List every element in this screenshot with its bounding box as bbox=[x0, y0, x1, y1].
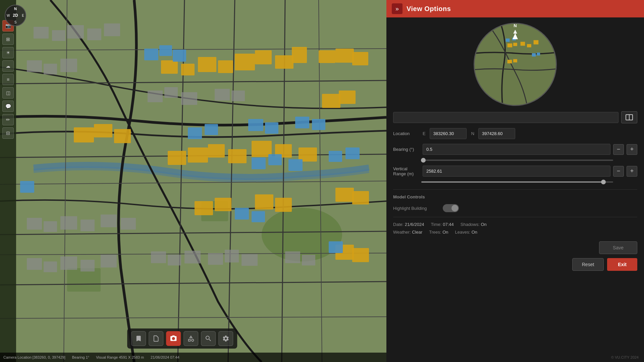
camera-capture-btn[interactable] bbox=[166, 331, 181, 346]
bearing-plus-btn[interactable]: + bbox=[627, 144, 637, 155]
visual-range-status: Visual Range 4591 X 2583 m bbox=[96, 355, 144, 359]
view-mode-input[interactable]: Orthographic View bbox=[393, 112, 619, 123]
reset-btn[interactable]: Reset bbox=[572, 258, 604, 271]
document-btn[interactable] bbox=[149, 331, 163, 346]
map-container[interactable]: N S W E 2D 📷 ⊞ ☀ ☁ ≡ ◫ 💬 ✏ ⊟ bbox=[0, 0, 386, 362]
highlight-building-row: Highlight Building bbox=[393, 204, 637, 212]
datetime-status: 21/06/2024 07:44 bbox=[151, 355, 179, 359]
svg-rect-71 bbox=[121, 218, 136, 230]
svg-rect-26 bbox=[339, 90, 356, 104]
svg-rect-72 bbox=[27, 258, 42, 270]
view-toggle-btn[interactable] bbox=[621, 111, 637, 123]
mini-map[interactable]: N bbox=[474, 23, 557, 106]
divider-1 bbox=[393, 189, 637, 190]
svg-rect-7 bbox=[218, 60, 233, 73]
svg-rect-87 bbox=[513, 43, 517, 46]
bearing-input[interactable] bbox=[423, 144, 610, 155]
vertical-range-label: Vertical Range (m) bbox=[393, 166, 420, 176]
trees-display: Trees: On bbox=[429, 230, 448, 235]
edit-toolbar-btn[interactable]: ✏ bbox=[2, 114, 14, 125]
svg-rect-44 bbox=[20, 181, 34, 193]
model-btn[interactable] bbox=[183, 331, 198, 346]
svg-rect-66 bbox=[27, 218, 42, 230]
controls-section: Orthographic View Location E N Bearing (… bbox=[386, 111, 644, 271]
panel-collapse-btn[interactable]: » bbox=[392, 3, 402, 14]
n-label: N bbox=[471, 131, 474, 136]
lines-toolbar-btn[interactable]: ≡ bbox=[2, 74, 14, 85]
svg-rect-43 bbox=[312, 119, 325, 130]
location-n-input[interactable] bbox=[478, 128, 515, 139]
bearing-minus-btn[interactable]: − bbox=[613, 144, 624, 155]
model-controls-title: Model Controls bbox=[393, 194, 637, 199]
svg-rect-96 bbox=[537, 53, 540, 56]
status-bar: Camera Location [383260, 0, 397429] Bear… bbox=[0, 353, 386, 362]
vertical-range-slider-track[interactable] bbox=[421, 181, 613, 183]
vertical-range-input[interactable] bbox=[423, 166, 610, 177]
svg-rect-92 bbox=[513, 59, 517, 62]
left-toolbar: N S W E 2D 📷 ⊞ ☀ ☁ ≡ ◫ 💬 ✏ ⊟ bbox=[0, 0, 16, 362]
bookmark-btn[interactable] bbox=[131, 331, 146, 346]
svg-rect-73 bbox=[44, 261, 57, 272]
highlight-building-toggle[interactable] bbox=[443, 204, 459, 212]
svg-rect-88 bbox=[521, 42, 525, 46]
grid-toolbar-btn[interactable]: ⊟ bbox=[2, 127, 14, 139]
svg-rect-74 bbox=[60, 256, 77, 270]
vertical-range-minus-btn[interactable]: − bbox=[613, 166, 624, 177]
camera-location-status: Camera Location [383260, 0, 397429] bbox=[3, 355, 65, 359]
svg-rect-28 bbox=[215, 198, 231, 211]
compass-south: S bbox=[14, 20, 17, 24]
svg-rect-50 bbox=[235, 208, 249, 220]
svg-rect-57 bbox=[104, 23, 120, 36]
compass[interactable]: N S W E 2D bbox=[5, 5, 26, 26]
svg-rect-6 bbox=[198, 57, 216, 72]
svg-rect-95 bbox=[532, 53, 536, 57]
svg-rect-55 bbox=[67, 25, 84, 39]
svg-rect-40 bbox=[248, 119, 263, 131]
layers-toolbar-btn[interactable]: ⊞ bbox=[2, 34, 14, 45]
svg-rect-69 bbox=[80, 220, 95, 231]
exit-btn[interactable]: Exit bbox=[607, 258, 637, 271]
svg-rect-62 bbox=[164, 87, 178, 98]
settings-map-btn[interactable] bbox=[218, 331, 233, 346]
svg-rect-18 bbox=[228, 149, 247, 163]
svg-rect-59 bbox=[44, 64, 57, 74]
sun-toolbar-btn[interactable]: ☀ bbox=[2, 47, 14, 58]
svg-rect-24 bbox=[352, 52, 368, 65]
svg-rect-78 bbox=[168, 255, 181, 265]
svg-rect-14 bbox=[114, 129, 131, 143]
svg-rect-82 bbox=[241, 254, 258, 266]
svg-rect-13 bbox=[94, 124, 112, 137]
vertical-range-plus-btn[interactable]: + bbox=[627, 166, 637, 177]
svg-rect-41 bbox=[265, 122, 278, 134]
svg-rect-56 bbox=[87, 28, 101, 40]
e-label: E bbox=[423, 131, 426, 136]
svg-rect-37 bbox=[173, 50, 186, 62]
panel-title: View Options bbox=[407, 5, 451, 13]
save-btn[interactable]: Save bbox=[599, 241, 637, 254]
compass-east: E bbox=[22, 14, 24, 17]
cloud-toolbar-btn[interactable]: ☁ bbox=[2, 60, 14, 72]
svg-rect-84 bbox=[302, 255, 315, 265]
location-label: Location bbox=[393, 131, 420, 136]
bearing-slider-track[interactable] bbox=[421, 160, 613, 161]
svg-rect-79 bbox=[184, 251, 201, 263]
svg-rect-53 bbox=[34, 27, 49, 39]
svg-rect-23 bbox=[335, 49, 354, 63]
svg-rect-52 bbox=[329, 241, 343, 253]
mini-map-north: N bbox=[514, 23, 517, 28]
svg-rect-25 bbox=[322, 94, 340, 108]
divider-2 bbox=[393, 217, 637, 217]
time-display: Time: 07:44 bbox=[431, 222, 454, 227]
search-map-btn[interactable] bbox=[201, 331, 216, 346]
svg-rect-67 bbox=[44, 221, 57, 232]
chat-toolbar-btn[interactable]: 💬 bbox=[2, 101, 14, 112]
location-e-input[interactable] bbox=[430, 128, 467, 139]
svg-rect-22 bbox=[319, 50, 335, 63]
svg-rect-93 bbox=[506, 39, 510, 42]
svg-rect-38 bbox=[188, 127, 202, 139]
bearing-label: Bearing (°) bbox=[393, 147, 420, 152]
svg-rect-63 bbox=[181, 92, 197, 105]
svg-rect-45 bbox=[252, 158, 266, 169]
stack-toolbar-btn[interactable]: ◫ bbox=[2, 87, 14, 99]
svg-rect-11 bbox=[292, 47, 307, 63]
